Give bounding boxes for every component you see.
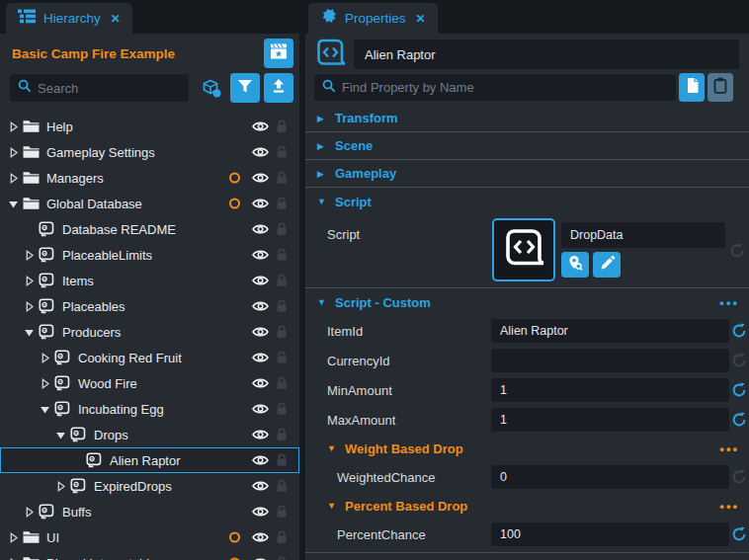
- visibility-eye-icon[interactable]: [252, 531, 269, 544]
- tree-item-items[interactable]: Items: [0, 268, 299, 293]
- section-transform[interactable]: ▶ Transform: [305, 105, 749, 132]
- expand-closed-icon[interactable]: [38, 376, 51, 390]
- object-visibility-icon[interactable]: [202, 79, 223, 104]
- visibility-eye-icon[interactable]: [252, 249, 269, 262]
- property-value-field[interactable]: [491, 465, 729, 489]
- more-options-icon[interactable]: •••: [719, 295, 739, 310]
- expand-closed-icon[interactable]: [22, 299, 36, 313]
- visibility-eye-icon[interactable]: [252, 429, 269, 441]
- more-options-icon[interactable]: •••: [719, 441, 739, 456]
- expand-closed-icon[interactable]: [22, 274, 36, 287]
- scene-settings-button[interactable]: [264, 39, 293, 68]
- script-asset-thumbnail[interactable]: [492, 218, 555, 281]
- tree-item-expireddrops[interactable]: ExpiredDrops: [0, 473, 299, 499]
- lock-icon[interactable]: [276, 120, 288, 133]
- reset-icon[interactable]: [731, 526, 747, 542]
- visibility-eye-icon[interactable]: [252, 454, 269, 467]
- reset-icon[interactable]: [731, 412, 747, 428]
- lock-icon[interactable]: [276, 274, 288, 287]
- lock-icon[interactable]: [276, 248, 288, 262]
- tree-item-alien-raptor[interactable]: Alien Raptor: [0, 447, 299, 473]
- script-name-field[interactable]: [561, 222, 725, 248]
- hierarchy-search-input[interactable]: [38, 81, 211, 96]
- visibility-eye-icon[interactable]: [252, 557, 269, 560]
- property-search[interactable]: [314, 74, 676, 101]
- tree-item-global-database[interactable]: Global Database: [0, 191, 299, 216]
- visibility-eye-icon[interactable]: [252, 223, 269, 236]
- find-script-button[interactable]: [561, 252, 589, 278]
- expand-open-icon[interactable]: [38, 402, 51, 416]
- property-value-field[interactable]: [491, 408, 729, 432]
- tree-item-ui[interactable]: UI: [0, 524, 299, 550]
- expand-closed-icon[interactable]: [6, 530, 20, 544]
- tree-item-buffs[interactable]: Buffs: [0, 499, 299, 524]
- tree-item-placeablelimits[interactable]: PlaceableLimits: [0, 242, 299, 268]
- visibility-eye-icon[interactable]: [252, 403, 269, 416]
- filter-button[interactable]: [230, 73, 260, 103]
- section-scene[interactable]: ▶ Scene: [305, 132, 749, 160]
- lock-icon[interactable]: [276, 402, 288, 416]
- tree-item-managers[interactable]: Managers: [0, 165, 299, 191]
- section-gameplay[interactable]: ▶ Gameplay: [305, 160, 749, 188]
- expand-closed-icon[interactable]: [6, 120, 20, 133]
- hierarchy-search[interactable]: [10, 74, 189, 102]
- tree-item-drops[interactable]: Drops: [0, 422, 299, 447]
- property-value-field[interactable]: [491, 349, 729, 372]
- tree-item-help[interactable]: Help: [0, 114, 299, 139]
- expand-closed-icon[interactable]: [53, 479, 67, 493]
- lock-icon[interactable]: [276, 299, 288, 313]
- expand-closed-icon[interactable]: [6, 556, 20, 560]
- expand-open-icon[interactable]: [22, 325, 36, 339]
- visibility-eye-icon[interactable]: [252, 146, 269, 159]
- expand-open-icon[interactable]: [53, 428, 67, 441]
- tab-hierarchy[interactable]: Hierarchy ✕: [6, 3, 132, 34]
- visibility-eye-icon[interactable]: [252, 506, 269, 519]
- group-header-percent-based-drop[interactable]: ▼Percent Based Drop•••: [305, 492, 749, 520]
- lock-icon[interactable]: [276, 325, 288, 339]
- reset-icon[interactable]: [731, 382, 747, 398]
- property-value-field[interactable]: [491, 319, 729, 343]
- copy-properties-button[interactable]: [679, 73, 705, 102]
- expand-closed-icon[interactable]: [6, 145, 20, 159]
- lock-icon[interactable]: [276, 222, 288, 236]
- group-header-weight-based-drop[interactable]: ▼Weight Based Drop•••: [305, 435, 749, 462]
- entity-name-input[interactable]: [354, 40, 739, 69]
- tree-item-placeables[interactable]: Placeables: [0, 293, 299, 319]
- export-button[interactable]: [264, 73, 293, 103]
- lock-icon[interactable]: [276, 479, 288, 493]
- lock-icon[interactable]: [276, 453, 288, 467]
- tab-hierarchy-close-icon[interactable]: ✕: [111, 12, 121, 26]
- expand-closed-icon[interactable]: [38, 351, 51, 364]
- lock-icon[interactable]: [276, 145, 288, 159]
- tree-item-incubating-egg[interactable]: Incubating Egg: [0, 396, 299, 422]
- lock-icon[interactable]: [276, 556, 288, 560]
- tab-properties[interactable]: Properties ✕: [308, 3, 438, 34]
- visibility-eye-icon[interactable]: [252, 120, 269, 133]
- visibility-eye-icon[interactable]: [252, 172, 269, 185]
- more-options-icon[interactable]: •••: [719, 499, 739, 514]
- edit-script-button[interactable]: [593, 252, 621, 278]
- visibility-eye-icon[interactable]: [252, 275, 269, 287]
- expand-closed-icon[interactable]: [6, 171, 20, 185]
- tree-item-producers[interactable]: Producers: [0, 319, 299, 345]
- expand-closed-icon[interactable]: [22, 505, 36, 519]
- visibility-eye-icon[interactable]: [252, 300, 269, 313]
- visibility-eye-icon[interactable]: [252, 352, 269, 364]
- visibility-eye-icon[interactable]: [252, 377, 269, 390]
- section-script-custom[interactable]: ▼ Script - Custom •••: [305, 288, 749, 316]
- lock-icon[interactable]: [276, 530, 288, 544]
- reset-icon[interactable]: [729, 243, 745, 263]
- expand-closed-icon[interactable]: [22, 248, 36, 262]
- tree-item-database-readme[interactable]: Database README: [0, 216, 299, 242]
- lock-icon[interactable]: [276, 428, 288, 441]
- paste-properties-button[interactable]: [707, 73, 733, 102]
- visibility-eye-icon[interactable]: [252, 326, 269, 339]
- reset-icon[interactable]: [731, 323, 747, 339]
- visibility-eye-icon[interactable]: [252, 198, 269, 210]
- property-search-input[interactable]: [342, 80, 668, 95]
- tree-item-cooking-red-fruit[interactable]: Cooking Red Fruit: [0, 345, 299, 370]
- section-script[interactable]: ▼ Script: [305, 188, 749, 215]
- lock-icon[interactable]: [276, 171, 288, 185]
- tab-properties-close-icon[interactable]: ✕: [416, 12, 426, 26]
- lock-icon[interactable]: [276, 505, 288, 519]
